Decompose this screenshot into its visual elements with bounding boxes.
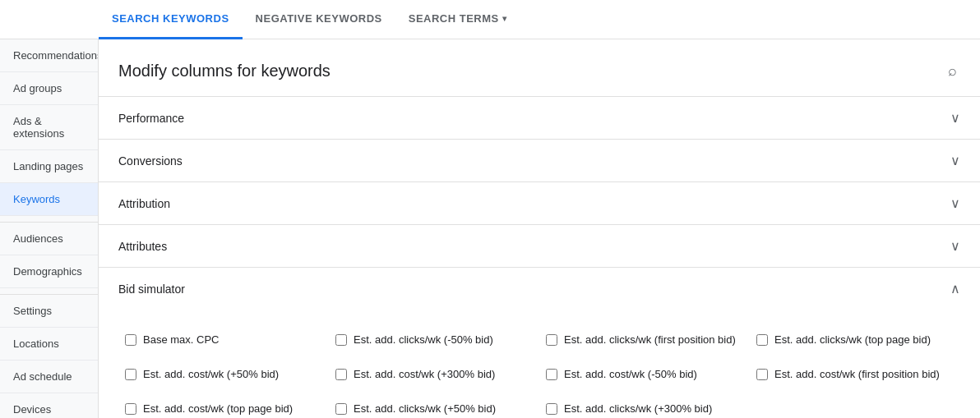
main-layout: RecommendationsAd groupsAds & extensions… (0, 39, 980, 418)
checkbox-label-est-add-clicks-wk-pos50: Est. add. clicks/wk (+50% bid) (354, 402, 496, 416)
top-nav: SEARCH KEYWORDSNEGATIVE KEYWORDSSEARCH T… (0, 0, 980, 39)
checkbox-item-est-add-clicks-wk-top: Est. add. clicks/wk (top page bid) (750, 323, 960, 357)
checkbox-label-est-add-cost-wk-top: Est. add. cost/wk (top page bid) (143, 402, 293, 416)
chevron-down-icon: ∨ (950, 153, 960, 168)
checkbox-label-est-add-cost-wk-first: Est. add. cost/wk (first position bid) (774, 367, 940, 382)
nav-tab-negative-keywords[interactable]: NEGATIVE KEYWORDS (243, 0, 395, 39)
checkbox-grid: Base max. CPCEst. add. clicks/wk (-50% b… (118, 323, 960, 418)
modal-title: Modify columns for keywords (118, 62, 331, 80)
section-performance: Performance∨ (99, 97, 980, 140)
checkbox-label-est-add-cost-wk-pos300: Est. add. cost/wk (+300% bid) (354, 367, 495, 382)
sidebar-item-locations[interactable]: Locations (0, 328, 98, 361)
checkbox-est-add-cost-wk-neg50[interactable] (546, 369, 557, 380)
checkbox-label-base-max-cpc: Base max. CPC (143, 333, 219, 347)
modal-panel: Modify columns for keywords ⌕ Performanc… (99, 39, 980, 418)
checkbox-est-add-cost-wk-pos50[interactable] (125, 369, 136, 380)
checkbox-est-add-clicks-wk-first[interactable] (546, 334, 557, 346)
sidebar-item-settings[interactable]: Settings (0, 295, 98, 328)
checkbox-item-est-add-cost-wk-pos300: Est. add. cost/wk (+300% bid) (329, 357, 539, 392)
checkbox-item-est-add-cost-wk-top: Est. add. cost/wk (top page bid) (118, 392, 329, 418)
section-conversions: Conversions∨ (99, 140, 980, 182)
sidebar: RecommendationsAd groupsAds & extensions… (0, 39, 99, 418)
chevron-down-icon: ∨ (950, 238, 960, 254)
checkbox-est-add-cost-wk-first[interactable] (756, 369, 768, 380)
sidebar-item-ad-groups[interactable]: Ad groups (0, 72, 98, 105)
checkbox-label-est-add-clicks-wk-neg50: Est. add. clicks/wk (-50% bid) (354, 333, 493, 347)
chevron-up-icon: ∧ (950, 281, 960, 296)
checkbox-label-est-add-cost-wk-neg50: Est. add. cost/wk (-50% bid) (564, 367, 697, 382)
nav-tab-search-terms[interactable]: SEARCH TERMS ▾ (395, 0, 520, 39)
checkbox-item-est-add-clicks-wk-pos50: Est. add. clicks/wk (+50% bid) (329, 392, 539, 418)
checkbox-item-est-add-cost-wk-pos50: Est. add. cost/wk (+50% bid) (118, 357, 329, 392)
sidebar-item-audiences[interactable]: Audiences (0, 223, 98, 255)
section-attribution: Attribution∨ (99, 182, 980, 225)
nav-tab-search-keywords[interactable]: SEARCH KEYWORDS (99, 0, 243, 39)
checkbox-item-est-add-cost-wk-neg50: Est. add. cost/wk (-50% bid) (539, 357, 750, 392)
checkbox-item-est-add-clicks-wk-first: Est. add. clicks/wk (first position bid) (539, 323, 750, 357)
checkbox-item-est-add-clicks-wk-neg50: Est. add. clicks/wk (-50% bid) (329, 323, 539, 357)
checkbox-est-add-cost-wk-top[interactable] (125, 403, 136, 415)
sidebar-spacer (0, 288, 98, 295)
checkbox-label-est-add-clicks-wk-top: Est. add. clicks/wk (top page bid) (774, 333, 931, 347)
sidebar-item-devices[interactable]: Devices (0, 393, 98, 418)
section-bid-simulator: Bid simulator∧Base max. CPCEst. add. cli… (99, 268, 980, 418)
sidebar-item-recommendations[interactable]: Recommendations (0, 39, 98, 72)
section-header-performance[interactable]: Performance∨ (99, 97, 980, 139)
checkbox-item-est-add-cost-wk-first: Est. add. cost/wk (first position bid) (750, 357, 960, 392)
section-label-conversions: Conversions (118, 154, 183, 168)
modal-search-button[interactable]: ⌕ (945, 59, 960, 83)
sidebar-item-ad-schedule[interactable]: Ad schedule (0, 361, 98, 393)
checkbox-est-add-cost-wk-pos300[interactable] (335, 369, 347, 380)
section-header-attributes[interactable]: Attributes∨ (99, 225, 980, 267)
checkbox-est-add-clicks-wk-pos300[interactable] (546, 403, 557, 415)
dropdown-arrow-icon: ▾ (502, 14, 507, 23)
checkbox-label-est-add-cost-wk-pos50: Est. add. cost/wk (+50% bid) (143, 367, 279, 382)
chevron-down-icon: ∨ (950, 110, 960, 126)
sidebar-item-keywords[interactable]: Keywords (0, 183, 98, 216)
section-label-attribution: Attribution (118, 197, 170, 210)
content-area: Modify columns for keywords ⌕ Performanc… (99, 39, 980, 418)
section-header-attribution[interactable]: Attribution∨ (99, 182, 980, 224)
checkbox-item-base-max-cpc: Base max. CPC (118, 323, 329, 357)
section-label-attributes: Attributes (118, 240, 167, 253)
section-label-bid-simulator: Bid simulator (118, 282, 185, 296)
section-header-bid-simulator[interactable]: Bid simulator∧ (99, 268, 980, 310)
chevron-down-icon: ∨ (950, 195, 960, 211)
checkbox-label-est-add-clicks-wk-first: Est. add. clicks/wk (first position bid) (564, 333, 736, 347)
checkbox-est-add-clicks-wk-pos50[interactable] (335, 403, 347, 415)
section-header-conversions[interactable]: Conversions∨ (99, 140, 980, 181)
modal-header: Modify columns for keywords ⌕ (99, 39, 980, 97)
sidebar-item-demographics[interactable]: Demographics (0, 255, 98, 288)
checkbox-est-add-clicks-wk-neg50[interactable] (335, 334, 347, 346)
section-attributes: Attributes∨ (99, 225, 980, 268)
checkbox-label-est-add-clicks-wk-pos300: Est. add. clicks/wk (+300% bid) (564, 402, 712, 416)
sidebar-item-landing-pages[interactable]: Landing pages (0, 150, 98, 183)
bid-simulator-content: Base max. CPCEst. add. clicks/wk (-50% b… (99, 310, 980, 418)
checkbox-est-add-clicks-wk-top[interactable] (756, 334, 768, 346)
sidebar-spacer (0, 216, 98, 223)
sidebar-item-ads-extensions[interactable]: Ads & extensions (0, 105, 98, 150)
sections-container: Performance∨Conversions∨Attribution∨Attr… (99, 97, 980, 418)
section-label-performance: Performance (118, 112, 184, 125)
checkbox-item-est-add-clicks-wk-pos300: Est. add. clicks/wk (+300% bid) (539, 392, 750, 418)
checkbox-base-max-cpc[interactable] (125, 334, 136, 346)
